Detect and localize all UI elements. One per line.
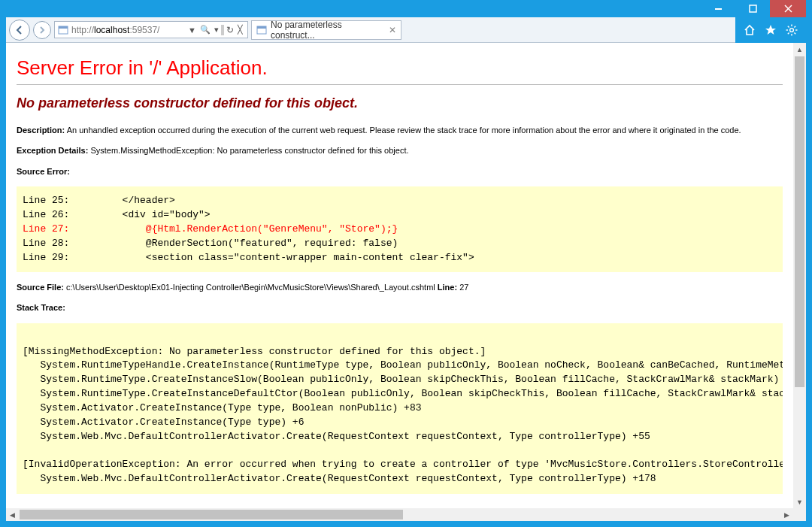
url-port: :59537/ <box>129 25 159 35</box>
source-file-text: c:\Users\User\Desktop\Ex01-Injecting Con… <box>64 283 435 292</box>
address-controls: ▼ 🔍 ▾ ↻ ╳ <box>186 25 244 35</box>
svg-point-8 <box>790 28 794 32</box>
settings-icon[interactable] <box>785 23 798 37</box>
exception-details-paragraph: Exception Details: System.MissingMethodE… <box>17 145 783 156</box>
description-text: An unhandled exception occurred during t… <box>65 126 741 135</box>
tab-close-icon[interactable]: ✕ <box>389 25 396 35</box>
description-label: Description: <box>17 126 65 135</box>
stop-icon[interactable]: ╳ <box>236 25 244 35</box>
window-inner: http://localhost:59537/ ▼ 🔍 ▾ ↻ ╳ No par… <box>6 0 806 521</box>
source-line-26: Line 26: <div id="body"> <box>23 208 777 223</box>
toolbar-right-icons <box>735 17 806 43</box>
svg-rect-1 <box>750 5 756 12</box>
tab-favicon-icon <box>256 25 267 35</box>
error-message: No parameterless constructor defined for… <box>17 95 783 111</box>
url-dropdown-icon[interactable]: ▼ <box>186 26 198 35</box>
minimize-button[interactable] <box>701 0 735 17</box>
window-titlebar <box>6 0 806 17</box>
content-area: Server Error in '/' Application. No para… <box>6 43 806 521</box>
stack-trace-codebox: [MissingMethodException: No parameterles… <box>17 323 783 494</box>
source-line-27: Line 27: @{Html.RenderAction("GenreMenu"… <box>23 223 777 237</box>
error-page: Server Error in '/' Application. No para… <box>6 43 793 508</box>
exception-details-label: Exception Details: <box>17 146 88 155</box>
error-title: Server Error in '/' Application. <box>17 56 783 80</box>
page-favicon-icon <box>58 25 68 35</box>
browser-toolbar: http://localhost:59537/ ▼ 🔍 ▾ ↻ ╳ No par… <box>6 17 806 43</box>
back-button[interactable] <box>9 20 30 41</box>
source-line-29: Line 29: <section class="content-wrapper… <box>23 251 777 265</box>
description-paragraph: Description: An unhandled exception occu… <box>17 125 783 136</box>
scroll-down-icon[interactable]: ▼ <box>793 495 806 508</box>
url-host: localhost <box>94 25 129 35</box>
url-prefix: http:// <box>71 25 94 35</box>
svg-rect-5 <box>59 26 68 29</box>
browser-window: http://localhost:59537/ ▼ 🔍 ▾ ↻ ╳ No par… <box>0 0 812 527</box>
separator-line <box>17 84 783 85</box>
vertical-scroll-thumb[interactable] <box>795 56 804 387</box>
source-error-codebox: Line 25: </header>Line 26: <div id="body… <box>17 186 783 272</box>
search-icon[interactable]: 🔍 <box>198 25 212 35</box>
tab-title: No parameterless construct... <box>271 20 382 41</box>
source-file-label: Source File: <box>17 283 64 292</box>
source-error-label-row: Source Error: <box>17 166 783 177</box>
stack-trace-label-row: Stack Trace: <box>17 302 783 313</box>
exception-details-text: System.MissingMethodException: No parame… <box>88 146 408 155</box>
separator <box>221 25 224 35</box>
vertical-scrollbar[interactable]: ▲ ▼ <box>793 43 806 508</box>
address-bar[interactable]: http://localhost:59537/ ▼ 🔍 ▾ ↻ ╳ <box>54 21 248 38</box>
line-label: Line: <box>435 283 457 292</box>
scroll-corner <box>793 508 806 521</box>
source-line-25: Line 25: </header> <box>23 194 777 208</box>
source-error-label: Source Error: <box>17 167 70 176</box>
scroll-right-icon[interactable]: ▶ <box>780 508 793 521</box>
svg-line-13 <box>788 26 789 27</box>
svg-line-15 <box>788 32 789 34</box>
home-icon[interactable] <box>743 23 756 37</box>
search-dropdown-icon[interactable]: ▾ <box>213 25 220 35</box>
favorites-icon[interactable] <box>764 23 777 37</box>
line-number: 27 <box>457 283 468 292</box>
scroll-up-icon[interactable]: ▲ <box>793 43 806 56</box>
browser-tab[interactable]: No parameterless construct... ✕ <box>251 20 401 40</box>
svg-line-16 <box>794 26 795 27</box>
maximize-button[interactable] <box>735 0 770 17</box>
source-file-row: Source File: c:\Users\User\Desktop\Ex01-… <box>17 283 783 292</box>
scroll-left-icon[interactable]: ◀ <box>6 508 19 521</box>
source-line-28: Line 28: @RenderSection("featured", requ… <box>23 237 777 251</box>
forward-button[interactable] <box>33 21 51 39</box>
svg-line-14 <box>794 32 795 34</box>
stack-trace-label: Stack Trace: <box>17 303 65 312</box>
close-button[interactable] <box>770 0 806 17</box>
horizontal-scrollbar[interactable]: ◀ ▶ <box>6 508 793 521</box>
horizontal-scroll-thumb[interactable] <box>20 510 403 519</box>
refresh-icon[interactable]: ↻ <box>225 25 235 35</box>
svg-rect-7 <box>257 26 266 29</box>
